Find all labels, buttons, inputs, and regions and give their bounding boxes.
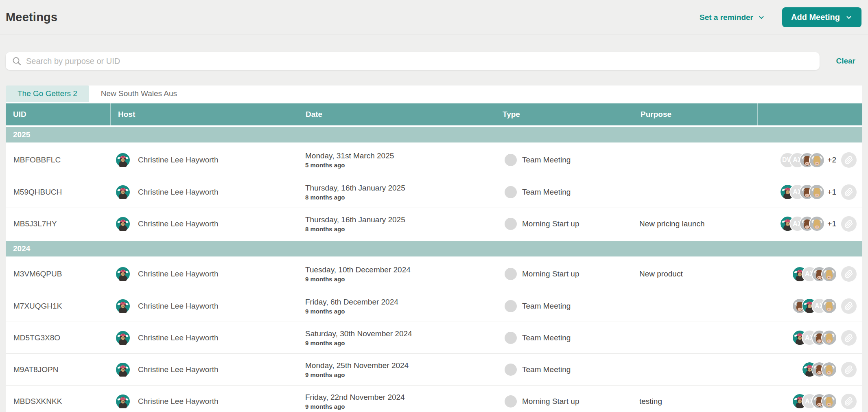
host-cell: Christine Lee Hayworth (110, 185, 298, 199)
type-label: Morning Start up (522, 397, 579, 406)
table-row[interactable]: M9AT8JOPN Christine Lee Hayworth Monday,… (6, 353, 862, 385)
tab-new-south-wales-aus[interactable]: New South Wales Aus (89, 85, 189, 102)
page-header: Meetings Set a reminder Add Meeting (0, 0, 868, 35)
type-indicator-dot (505, 300, 517, 312)
table-row[interactable]: M59QHBUCH Christine Lee Hayworth Thursda… (6, 176, 862, 208)
column-header-host: Host (110, 103, 298, 125)
date-relative-text: 9 months ago (305, 403, 495, 410)
type-label: Morning Start up (522, 270, 579, 278)
type-label: Team Meeting (522, 156, 571, 164)
search-icon (12, 56, 22, 66)
date-relative-text: 8 months ago (305, 194, 495, 201)
host-name: Christine Lee Hayworth (138, 365, 218, 374)
table-row[interactable]: MD5TG3X8O Christine Lee Hayworth Saturda… (6, 322, 862, 353)
purpose-cell: testing (633, 397, 757, 406)
column-header-date: Date (298, 103, 495, 125)
attachment-button[interactable] (841, 362, 857, 377)
paperclip-icon (844, 156, 853, 164)
attendee-avatar-group: AX (781, 185, 824, 199)
host-avatar (116, 217, 130, 231)
chevron-down-icon (845, 14, 853, 21)
column-header-actions (757, 103, 862, 125)
purpose-text: testing (639, 397, 662, 405)
table-header-row: UID Host Date Type Purpose (6, 103, 862, 125)
host-name: Christine Lee Hayworth (138, 333, 218, 342)
paperclip-icon (844, 397, 853, 406)
host-avatar (116, 153, 130, 167)
type-indicator-dot (505, 395, 517, 408)
table-row[interactable]: MBFOBBFLC Christine Lee Hayworth Monday,… (6, 144, 862, 176)
host-cell: Christine Lee Hayworth (110, 267, 298, 281)
host-avatar (116, 299, 130, 313)
date-text: Monday, 25th November 2024 (305, 361, 495, 370)
attachment-button[interactable] (841, 184, 857, 200)
host-cell: Christine Lee Hayworth (110, 299, 298, 313)
table-row[interactable]: MBDSXKNKK Christine Lee Hayworth Friday,… (6, 385, 862, 412)
date-cell: Monday, 25th November 2024 9 months ago (298, 361, 495, 378)
meetings-panel: The Go Getters 2 New South Wales Aus UID… (6, 85, 862, 412)
attendee-cow-avatar (810, 185, 824, 199)
type-label: Team Meeting (522, 365, 571, 374)
uid-cell: MBFOBBFLC (6, 156, 110, 164)
attendee-cow-avatar (822, 299, 836, 313)
table-row[interactable]: M3VM6QPUB Christine Lee Hayworth Tuesday… (6, 258, 862, 290)
date-cell: Thursday, 16th January 2025 8 months ago (298, 215, 495, 232)
uid-text: MD5TG3X8O (13, 333, 60, 342)
uid-cell: M7XUQGH1K (6, 302, 110, 311)
host-cell: Christine Lee Hayworth (110, 331, 298, 345)
attendee-cow-avatar (822, 362, 836, 377)
attachment-button[interactable] (841, 330, 857, 346)
attendees-cell: DWAX +2 (757, 152, 862, 168)
attendee-cow-avatar (810, 153, 824, 167)
date-cell: Thursday, 16th January 2025 8 months ago (298, 184, 495, 201)
column-header-uid: UID (6, 103, 110, 125)
date-relative-text: 5 months ago (305, 162, 495, 169)
type-cell: Morning Start up (495, 395, 633, 408)
paperclip-icon (844, 302, 853, 311)
add-meeting-button[interactable]: Add Meeting (782, 7, 861, 27)
attendee-avatar-group: AX (793, 331, 836, 345)
attendee-avatar-group: AX (793, 394, 836, 408)
purpose-cell: New product (633, 270, 757, 278)
add-meeting-label: Add Meeting (791, 13, 840, 22)
uid-cell: MBDSXKNKK (6, 397, 110, 406)
column-header-purpose: Purpose (633, 103, 757, 125)
attachment-button[interactable] (841, 216, 857, 232)
type-cell: Team Meeting (495, 364, 633, 376)
attendees-cell: AX (757, 298, 862, 314)
host-cell: Christine Lee Hayworth (110, 363, 298, 377)
search-input[interactable] (6, 52, 820, 70)
uid-text: M9AT8JOPN (13, 365, 59, 374)
set-reminder-dropdown[interactable]: Set a reminder (700, 13, 765, 22)
year-label: 2024 (13, 244, 30, 253)
tab-the-go-getters-2[interactable]: The Go Getters 2 (6, 85, 89, 102)
table-row[interactable]: M7XUQGH1K Christine Lee Hayworth Friday,… (6, 290, 862, 322)
attachment-button[interactable] (841, 152, 857, 168)
uid-text: MBDSXKNKK (13, 397, 62, 405)
uid-text: MB5J3L7HY (13, 219, 57, 228)
uid-text: M7XUQGH1K (13, 302, 62, 310)
date-text: Thursday, 16th January 2025 (305, 215, 495, 224)
uid-cell: M9AT8JOPN (6, 365, 110, 374)
table-body: 2025 MBFOBBFLC Christine Lee Hayworth Mo… (6, 127, 862, 412)
purpose-text: New pricing launch (639, 219, 705, 228)
date-relative-text: 9 months ago (305, 308, 495, 315)
table-row[interactable]: MB5J3L7HY Christine Lee Hayworth Thursda… (6, 208, 862, 239)
attachment-button[interactable] (841, 394, 857, 409)
uid-text: M59QHBUCH (13, 188, 62, 196)
uid-cell: MD5TG3X8O (6, 333, 110, 342)
type-cell: Morning Start up (495, 218, 633, 230)
year-group-band: 2025 (6, 127, 862, 142)
clear-search-button[interactable]: Clear (836, 57, 855, 66)
chevron-down-icon (758, 14, 765, 21)
attachment-button[interactable] (841, 266, 857, 282)
date-text: Monday, 31st March 2025 (305, 151, 495, 160)
attachment-button[interactable] (841, 298, 857, 314)
attendee-avatar-group: AX (781, 217, 824, 231)
date-text: Friday, 22nd November 2024 (305, 393, 495, 402)
date-cell: Saturday, 30th November 2024 9 months ag… (298, 329, 495, 346)
attendee-cow-avatar (822, 394, 836, 408)
team-tabs: The Go Getters 2 New South Wales Aus (6, 85, 862, 102)
year-group-band: 2024 (6, 241, 862, 256)
attendees-cell: AX (757, 394, 862, 409)
